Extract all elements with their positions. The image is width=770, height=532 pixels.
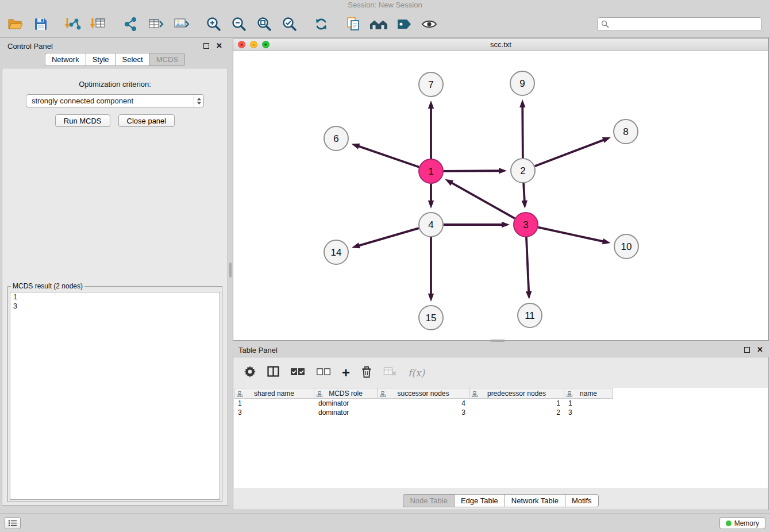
float-panel-button[interactable] bbox=[203, 43, 209, 49]
cell-name[interactable]: 3 bbox=[564, 408, 613, 417]
import-network-file-button[interactable] bbox=[63, 14, 83, 34]
graph-edge-2-8[interactable] bbox=[535, 137, 611, 166]
node-table: shared name MCDS role successor nodes bbox=[234, 388, 768, 488]
column-header-name[interactable]: name bbox=[564, 388, 613, 399]
graph-node-10[interactable]: 10 bbox=[614, 234, 638, 259]
column-header-shared-name[interactable]: shared name bbox=[234, 388, 314, 399]
new-network-button[interactable] bbox=[121, 14, 140, 34]
graph-node-1[interactable]: 1 bbox=[419, 159, 443, 183]
function-builder-button: f(x) bbox=[408, 367, 425, 379]
table-panel-tabs: Node Table Edge Table Network Table Moti… bbox=[233, 494, 768, 507]
cell-mcds-role[interactable]: dominator bbox=[314, 408, 378, 417]
first-neighbors-button[interactable] bbox=[369, 14, 388, 34]
zoom-in-button[interactable] bbox=[203, 14, 223, 34]
close-table-panel-icon[interactable]: ✕ bbox=[757, 347, 763, 353]
list-item[interactable]: 3 bbox=[10, 302, 220, 311]
tab-motifs[interactable]: Motifs bbox=[565, 494, 599, 507]
memory-button[interactable]: Memory bbox=[719, 517, 765, 529]
cell-shared-name[interactable]: 1 bbox=[234, 399, 314, 408]
graph-edge-3-10[interactable] bbox=[538, 228, 610, 245]
graph-node-3[interactable]: 3 bbox=[514, 213, 538, 237]
list-item[interactable]: 1 bbox=[10, 292, 220, 302]
graph-node-4[interactable]: 4 bbox=[419, 213, 443, 237]
network-view-window: × − + scc.txt 7968124314101511 bbox=[233, 38, 769, 341]
save-session-button[interactable] bbox=[31, 14, 51, 34]
cell-name[interactable]: 1 bbox=[564, 399, 613, 408]
eye-icon bbox=[421, 18, 438, 30]
network-canvas[interactable]: 7968124314101511 bbox=[233, 51, 768, 340]
status-bar: Memory bbox=[0, 513, 770, 532]
import-network-icon bbox=[65, 17, 81, 32]
tab-network[interactable]: Network bbox=[45, 53, 86, 66]
search-input[interactable] bbox=[609, 19, 758, 29]
graph-edge-4-14[interactable] bbox=[352, 228, 419, 248]
graph-edge-2-3[interactable] bbox=[522, 183, 528, 209]
graph-edge-4-15[interactable] bbox=[428, 237, 434, 302]
graph-node-label: 3 bbox=[523, 219, 528, 230]
zoom-out-icon bbox=[231, 16, 247, 32]
cell-successor-nodes[interactable]: 3 bbox=[378, 408, 469, 417]
graph-node-8[interactable]: 8 bbox=[614, 119, 638, 144]
minimize-window-icon[interactable]: − bbox=[250, 41, 257, 48]
graph-edge-1-2[interactable] bbox=[444, 168, 507, 174]
add-column-button[interactable]: + bbox=[342, 367, 350, 379]
table-options-button[interactable] bbox=[244, 365, 256, 380]
tab-style[interactable]: Style bbox=[86, 53, 116, 66]
import-table-file-button[interactable] bbox=[88, 14, 108, 34]
apply-layout-button[interactable] bbox=[311, 14, 331, 34]
criterion-select[interactable]: strongly connected component bbox=[26, 94, 204, 107]
network-graph[interactable]: 7968124314101511 bbox=[233, 51, 768, 340]
tab-node-table[interactable]: Node Table bbox=[403, 494, 455, 507]
tab-edge-table[interactable]: Edge Table bbox=[454, 494, 505, 507]
tab-network-table[interactable]: Network Table bbox=[505, 494, 565, 507]
cell-successor-nodes[interactable]: 4 bbox=[378, 399, 469, 408]
float-table-panel-button[interactable] bbox=[744, 347, 750, 353]
zoom-window-icon[interactable]: + bbox=[262, 41, 270, 48]
export-image-button[interactable] bbox=[171, 14, 191, 34]
copy-style-button[interactable] bbox=[344, 14, 363, 34]
style-button[interactable] bbox=[394, 14, 414, 34]
open-session-button[interactable] bbox=[6, 14, 25, 34]
tab-select[interactable]: Select bbox=[116, 53, 150, 66]
graph-edge-1-4[interactable] bbox=[428, 184, 434, 209]
graph-node-11[interactable]: 11 bbox=[518, 303, 542, 327]
graph-edge-2-9[interactable] bbox=[519, 99, 525, 158]
cell-predecessor-nodes[interactable]: 1 bbox=[469, 399, 564, 408]
close-panel-icon[interactable]: ✕ bbox=[216, 43, 222, 49]
graph-edge-1-7[interactable] bbox=[428, 101, 434, 159]
graph-node-7[interactable]: 7 bbox=[419, 72, 443, 97]
table-panel: Table Panel ✕ bbox=[233, 343, 769, 510]
graph-edge-3-11[interactable] bbox=[526, 237, 532, 299]
graph-node-15[interactable]: 15 bbox=[419, 306, 443, 330]
column-header-successor-nodes[interactable]: successor nodes bbox=[378, 388, 469, 399]
delete-column-button[interactable] bbox=[361, 365, 372, 380]
new-table-button[interactable] bbox=[146, 14, 165, 34]
show-columns-button[interactable] bbox=[267, 366, 279, 379]
vertical-splitter-handle[interactable] bbox=[229, 263, 232, 277]
deselect-all-button[interactable] bbox=[316, 367, 331, 379]
graph-edge-4-3[interactable] bbox=[444, 222, 510, 228]
cell-mcds-role[interactable]: dominator bbox=[314, 399, 378, 408]
graph-node-2[interactable]: 2 bbox=[511, 159, 535, 183]
column-header-predecessor-nodes[interactable]: predecessor nodes bbox=[469, 388, 564, 399]
cell-shared-name[interactable]: 3 bbox=[234, 408, 314, 417]
graph-node-14[interactable]: 14 bbox=[324, 240, 348, 264]
select-all-button[interactable] bbox=[290, 367, 305, 379]
graph-node-9[interactable]: 9 bbox=[510, 71, 534, 95]
cell-predecessor-nodes[interactable]: 2 bbox=[469, 408, 564, 417]
task-history-button[interactable] bbox=[5, 517, 21, 529]
horizontal-splitter-handle[interactable] bbox=[490, 340, 505, 342]
close-window-icon[interactable]: × bbox=[238, 41, 245, 48]
graph-node-6[interactable]: 6 bbox=[324, 126, 348, 151]
graph-edge-3-1[interactable] bbox=[445, 179, 514, 218]
show-graphics-details-button[interactable] bbox=[419, 14, 439, 34]
run-mcds-button[interactable]: Run MCDS bbox=[55, 114, 110, 127]
column-header-mcds-role[interactable]: MCDS role bbox=[314, 388, 378, 399]
close-panel-button[interactable]: Close panel bbox=[118, 114, 175, 127]
network-window-titlebar[interactable]: × − + scc.txt bbox=[233, 38, 768, 51]
zoom-selected-button[interactable] bbox=[279, 14, 299, 34]
graph-edge-1-6[interactable] bbox=[351, 144, 419, 167]
tab-mcds[interactable]: MCDS bbox=[149, 53, 185, 66]
zoom-fit-button[interactable] bbox=[254, 14, 274, 34]
zoom-out-button[interactable] bbox=[229, 14, 248, 34]
